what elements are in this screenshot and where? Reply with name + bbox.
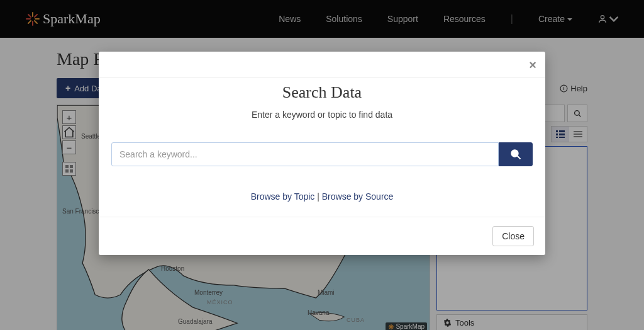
modal-overlay: × Search Data Enter a keyword or topic t…	[0, 0, 644, 330]
close-icon[interactable]: ×	[529, 58, 536, 72]
search-submit-button[interactable]	[499, 142, 533, 166]
modal-title: Search Data	[111, 83, 533, 102]
modal-subtitle: Enter a keyword or topic to find data	[111, 110, 533, 120]
browse-by-topic-link[interactable]: Browse by Topic	[251, 191, 315, 202]
browse-links: Browse by Topic | Browse by Source	[111, 191, 533, 202]
svg-line-32	[517, 156, 520, 159]
close-button[interactable]: Close	[492, 226, 534, 246]
search-data-modal: × Search Data Enter a keyword or topic t…	[99, 52, 545, 255]
browse-by-source-link[interactable]: Browse by Source	[322, 191, 394, 202]
search-input[interactable]	[111, 142, 499, 166]
svg-point-31	[511, 150, 518, 157]
